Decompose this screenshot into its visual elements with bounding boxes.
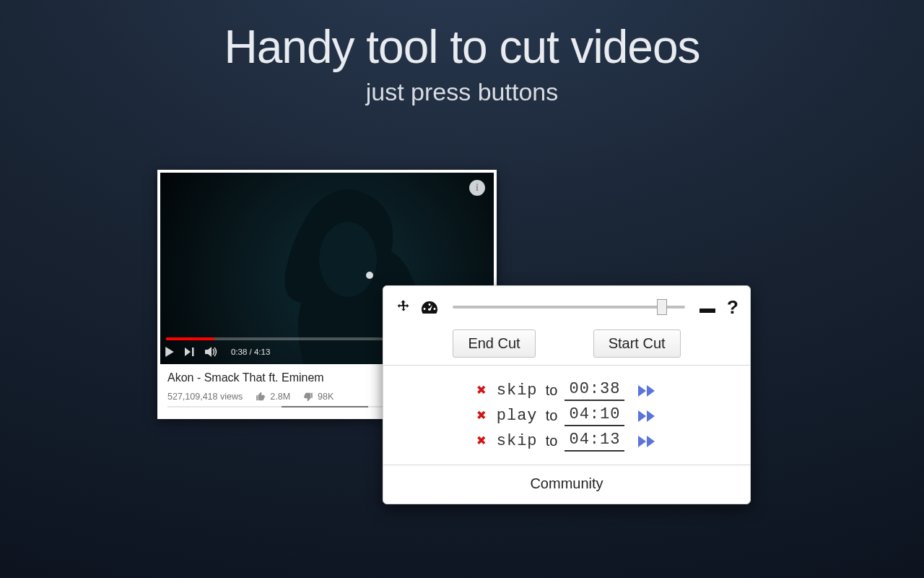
gauge-icon[interactable]: [421, 298, 438, 316]
community-link[interactable]: Community: [395, 468, 738, 501]
cut-action: skip: [497, 432, 539, 450]
info-icon[interactable]: i: [469, 180, 485, 196]
play-icon[interactable]: [165, 347, 175, 357]
like-button[interactable]: 2.8M: [256, 392, 290, 402]
delete-icon[interactable]: ✖: [477, 381, 487, 400]
cut-row: ✖ play to 04:10: [395, 405, 738, 426]
thumbs-down-icon: [303, 392, 313, 402]
cut-row: ✖ skip to 00:38: [395, 380, 738, 401]
like-count: 2.8M: [270, 392, 290, 402]
divider: [383, 465, 750, 465]
next-icon[interactable]: [185, 348, 195, 356]
cut-action: skip: [497, 381, 539, 400]
video-progress-played: [166, 337, 214, 340]
to-label: to: [546, 433, 558, 449]
svg-rect-2: [192, 348, 194, 356]
headline: Handy tool to cut videos: [0, 22, 924, 72]
svg-point-0: [319, 222, 377, 297]
video-time-display: 0:38 / 4:13: [231, 348, 270, 356]
cut-time[interactable]: 04:10: [565, 405, 624, 426]
cut-action: play: [497, 407, 539, 425]
fast-forward-icon[interactable]: [637, 384, 656, 397]
help-icon[interactable]: ?: [727, 296, 738, 319]
cut-time[interactable]: 00:38: [565, 380, 624, 401]
cut-row: ✖ skip to 04:13: [395, 431, 738, 452]
view-count: 527,109,418 views: [167, 392, 243, 402]
move-icon[interactable]: [395, 298, 412, 316]
thumbs-up-icon: [256, 392, 266, 402]
subheadline: just press buttons: [0, 78, 924, 106]
cutter-panel: ? End Cut Start Cut ✖ skip to 00:38 ✖ pl…: [383, 285, 751, 504]
speed-slider[interactable]: [453, 298, 685, 316]
cut-list: ✖ skip to 00:38 ✖ play to 04:10 ✖ skip t…: [395, 368, 738, 462]
volume-icon[interactable]: [205, 347, 218, 357]
delete-icon[interactable]: ✖: [477, 406, 487, 426]
dislike-button[interactable]: 98K: [303, 392, 334, 402]
divider: [383, 365, 750, 366]
to-label: to: [546, 382, 558, 399]
fast-forward-icon[interactable]: [637, 410, 656, 423]
dislike-count: 98K: [318, 392, 334, 402]
cut-time[interactable]: 04:13: [565, 431, 624, 452]
minimize-button[interactable]: [699, 301, 715, 313]
start-cut-button[interactable]: Start Cut: [593, 329, 681, 358]
slider-thumb[interactable]: [657, 299, 667, 315]
svg-point-1: [366, 272, 373, 279]
end-cut-button[interactable]: End Cut: [453, 329, 535, 358]
fast-forward-icon[interactable]: [637, 435, 656, 448]
to-label: to: [546, 407, 558, 424]
delete-icon[interactable]: ✖: [477, 431, 487, 451]
